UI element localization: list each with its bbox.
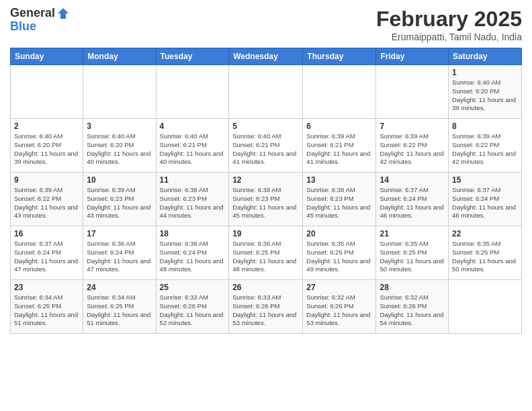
day-info: Sunrise: 6:40 AM Sunset: 6:21 PM Dayligh… [232, 132, 299, 167]
day-number: 10 [87, 175, 152, 185]
day-info: Sunrise: 6:39 AM Sunset: 6:22 PM Dayligh… [452, 132, 518, 167]
day-number: 4 [160, 122, 226, 131]
day-cell: 11Sunrise: 6:38 AM Sunset: 6:23 PM Dayli… [156, 173, 229, 226]
day-info: Sunrise: 6:39 AM Sunset: 6:22 PM Dayligh… [380, 132, 445, 167]
day-cell: 6Sunrise: 6:39 AM Sunset: 6:21 PM Daylig… [303, 119, 376, 173]
day-info: Sunrise: 6:32 AM Sunset: 6:26 PM Dayligh… [306, 293, 372, 328]
day-info: Sunrise: 6:40 AM Sunset: 6:21 PM Dayligh… [160, 132, 226, 167]
day-number: 17 [87, 229, 152, 238]
day-info: Sunrise: 6:34 AM Sunset: 6:25 PM Dayligh… [87, 293, 152, 328]
day-cell: 10Sunrise: 6:39 AM Sunset: 6:23 PM Dayli… [83, 173, 156, 226]
day-number: 2 [14, 122, 79, 131]
day-number: 27 [306, 283, 372, 292]
day-info: Sunrise: 6:38 AM Sunset: 6:23 PM Dayligh… [306, 186, 372, 220]
logo-blue: Blue [10, 20, 70, 34]
weekday-header-tuesday: Tuesday [156, 48, 229, 65]
day-cell: 14Sunrise: 6:37 AM Sunset: 6:24 PM Dayli… [376, 173, 449, 226]
week-row-4: 23Sunrise: 6:34 AM Sunset: 6:25 PM Dayli… [11, 280, 522, 334]
location: Erumaippatti, Tamil Nadu, India [376, 32, 522, 42]
weekday-header-sunday: Sunday [11, 48, 83, 65]
day-cell [156, 65, 229, 119]
day-info: Sunrise: 6:37 AM Sunset: 6:24 PM Dayligh… [380, 186, 445, 220]
day-cell: 15Sunrise: 6:37 AM Sunset: 6:24 PM Dayli… [449, 173, 522, 226]
logo-icon [56, 7, 70, 20]
day-info: Sunrise: 6:35 AM Sunset: 6:25 PM Dayligh… [380, 240, 445, 274]
day-info: Sunrise: 6:40 AM Sunset: 6:20 PM Dayligh… [87, 132, 152, 167]
weekday-header-saturday: Saturday [449, 48, 522, 65]
day-number: 8 [452, 122, 518, 131]
day-number: 15 [452, 175, 518, 185]
day-number: 22 [452, 229, 518, 238]
weekday-header-friday: Friday [376, 48, 449, 65]
weekday-header-monday: Monday [83, 48, 156, 65]
day-cell: 22Sunrise: 6:35 AM Sunset: 6:25 PM Dayli… [449, 226, 522, 280]
week-row-0: 1Sunrise: 6:40 AM Sunset: 6:20 PM Daylig… [11, 65, 522, 119]
day-info: Sunrise: 6:39 AM Sunset: 6:22 PM Dayligh… [14, 186, 79, 220]
day-cell: 16Sunrise: 6:37 AM Sunset: 6:24 PM Dayli… [11, 226, 83, 280]
week-row-2: 9Sunrise: 6:39 AM Sunset: 6:22 PM Daylig… [11, 173, 522, 226]
weekday-header-thursday: Thursday [303, 48, 376, 65]
day-number: 14 [380, 175, 445, 185]
day-cell: 5Sunrise: 6:40 AM Sunset: 6:21 PM Daylig… [229, 119, 303, 173]
day-cell: 12Sunrise: 6:38 AM Sunset: 6:23 PM Dayli… [229, 173, 303, 226]
day-info: Sunrise: 6:33 AM Sunset: 6:26 PM Dayligh… [232, 293, 299, 328]
day-cell: 13Sunrise: 6:38 AM Sunset: 6:23 PM Dayli… [303, 173, 376, 226]
day-number: 18 [160, 229, 226, 238]
day-cell: 20Sunrise: 6:35 AM Sunset: 6:25 PM Dayli… [303, 226, 376, 280]
day-cell: 26Sunrise: 6:33 AM Sunset: 6:26 PM Dayli… [229, 280, 303, 334]
day-cell: 4Sunrise: 6:40 AM Sunset: 6:21 PM Daylig… [156, 119, 229, 173]
day-info: Sunrise: 6:37 AM Sunset: 6:24 PM Dayligh… [452, 186, 518, 220]
day-cell [83, 65, 156, 119]
day-number: 20 [306, 229, 372, 238]
logo-text: General Blue [10, 7, 70, 34]
day-info: Sunrise: 6:32 AM Sunset: 6:26 PM Dayligh… [380, 293, 445, 328]
day-cell: 27Sunrise: 6:32 AM Sunset: 6:26 PM Dayli… [303, 280, 376, 334]
day-cell: 25Sunrise: 6:33 AM Sunset: 6:26 PM Dayli… [156, 280, 229, 334]
day-number: 24 [87, 283, 152, 292]
svg-marker-0 [58, 8, 69, 19]
day-cell: 24Sunrise: 6:34 AM Sunset: 6:25 PM Dayli… [83, 280, 156, 334]
day-cell: 18Sunrise: 6:36 AM Sunset: 6:24 PM Dayli… [156, 226, 229, 280]
day-cell: 9Sunrise: 6:39 AM Sunset: 6:22 PM Daylig… [11, 173, 83, 226]
day-number: 9 [14, 175, 79, 185]
day-cell: 2Sunrise: 6:40 AM Sunset: 6:20 PM Daylig… [11, 119, 83, 173]
header: General Blue February 2025 Erumaippatti,… [10, 7, 522, 42]
day-number: 28 [380, 283, 445, 292]
day-info: Sunrise: 6:39 AM Sunset: 6:21 PM Dayligh… [306, 132, 372, 167]
day-number: 25 [160, 283, 226, 292]
day-number: 6 [306, 122, 372, 131]
logo: General Blue [10, 7, 70, 34]
day-info: Sunrise: 6:36 AM Sunset: 6:24 PM Dayligh… [87, 240, 152, 274]
month-year: February 2025 [376, 7, 522, 32]
week-row-1: 2Sunrise: 6:40 AM Sunset: 6:20 PM Daylig… [11, 119, 522, 173]
page: General Blue February 2025 Erumaippatti,… [0, 0, 532, 340]
day-number: 11 [160, 175, 226, 185]
day-cell [11, 65, 83, 119]
day-info: Sunrise: 6:37 AM Sunset: 6:24 PM Dayligh… [14, 240, 79, 274]
day-cell: 7Sunrise: 6:39 AM Sunset: 6:22 PM Daylig… [376, 119, 449, 173]
day-cell: 17Sunrise: 6:36 AM Sunset: 6:24 PM Dayli… [83, 226, 156, 280]
title-area: February 2025 Erumaippatti, Tamil Nadu, … [376, 7, 522, 42]
day-info: Sunrise: 6:34 AM Sunset: 6:25 PM Dayligh… [14, 293, 79, 328]
day-info: Sunrise: 6:33 AM Sunset: 6:26 PM Dayligh… [160, 293, 226, 328]
weekday-header-wednesday: Wednesday [229, 48, 303, 65]
day-info: Sunrise: 6:35 AM Sunset: 6:25 PM Dayligh… [306, 240, 372, 274]
day-cell [229, 65, 303, 119]
day-cell: 3Sunrise: 6:40 AM Sunset: 6:20 PM Daylig… [83, 119, 156, 173]
day-cell [449, 280, 522, 334]
day-info: Sunrise: 6:36 AM Sunset: 6:25 PM Dayligh… [232, 240, 299, 274]
day-number: 23 [14, 283, 79, 292]
day-info: Sunrise: 6:36 AM Sunset: 6:24 PM Dayligh… [160, 240, 226, 274]
day-cell: 8Sunrise: 6:39 AM Sunset: 6:22 PM Daylig… [449, 119, 522, 173]
day-number: 13 [306, 175, 372, 185]
week-row-3: 16Sunrise: 6:37 AM Sunset: 6:24 PM Dayli… [11, 226, 522, 280]
calendar: SundayMondayTuesdayWednesdayThursdayFrid… [10, 48, 522, 334]
calendar-body: 1Sunrise: 6:40 AM Sunset: 6:20 PM Daylig… [11, 65, 522, 334]
day-cell: 19Sunrise: 6:36 AM Sunset: 6:25 PM Dayli… [229, 226, 303, 280]
day-cell [376, 65, 449, 119]
day-info: Sunrise: 6:40 AM Sunset: 6:20 PM Dayligh… [14, 132, 79, 167]
day-cell: 1Sunrise: 6:40 AM Sunset: 6:20 PM Daylig… [449, 65, 522, 119]
day-cell: 23Sunrise: 6:34 AM Sunset: 6:25 PM Dayli… [11, 280, 83, 334]
day-number: 5 [232, 122, 299, 131]
day-info: Sunrise: 6:38 AM Sunset: 6:23 PM Dayligh… [232, 186, 299, 220]
